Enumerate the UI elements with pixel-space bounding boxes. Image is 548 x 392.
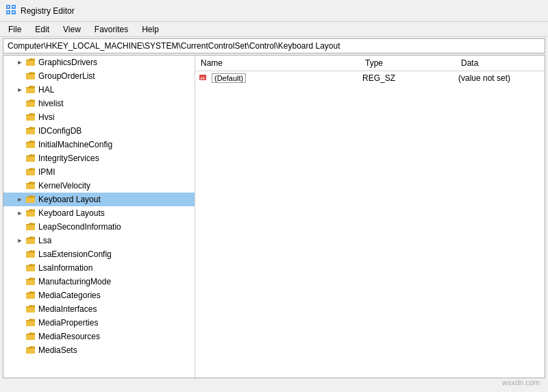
tree-label-kernelvelocity: KernelVelocity	[38, 181, 90, 191]
folder-icon-kernelvelocity	[25, 181, 36, 191]
tree-item-mediaproperties[interactable]: MediaProperties	[3, 316, 195, 330]
expander-keyboard-layout[interactable]: ►	[14, 196, 25, 203]
folder-icon-hvsi	[25, 112, 36, 122]
right-body[interactable]: ab (Default)REG_SZ(value not set)	[195, 71, 545, 378]
folder-icon-group-order-list	[25, 71, 36, 81]
tree-item-hivelist[interactable]: hivelist	[3, 97, 195, 110]
tree-label-mediaproperties: MediaProperties	[38, 318, 98, 328]
tree-label-graphics-drivers: GraphicsDrivers	[38, 58, 97, 67]
reg-value-icon: ab	[195, 73, 209, 84]
tree-label-lsa: Lsa	[38, 236, 51, 245]
tree-label-hal: HAL	[38, 85, 54, 95]
expander-hal[interactable]: ►	[14, 86, 25, 93]
tree-pane: ► GraphicsDrivers GroupOrderList► HAL hi…	[3, 56, 195, 378]
reg-row[interactable]: ab (Default)REG_SZ(value not set)	[195, 71, 545, 85]
tree-item-leapsecond[interactable]: LeapSecondInformatio	[3, 220, 195, 234]
address-bar[interactable]: Computer\HKEY_LOCAL_MACHINE\SYSTEM\Curre…	[3, 38, 545, 53]
col-header-data: Data	[456, 57, 545, 69]
folder-icon-ipmi	[25, 167, 36, 177]
tree-label-mediainterfaces: MediaInterfaces	[38, 304, 97, 314]
menu-help[interactable]: Help	[136, 23, 164, 36]
folder-icon-lsaextensionconfig	[25, 249, 36, 259]
tree-label-manufacturingmode: ManufacturingMode	[38, 277, 111, 286]
folder-icon-hivelist	[25, 99, 36, 108]
col-header-type: Type	[360, 57, 456, 69]
tree-item-mediaresources[interactable]: MediaResources	[3, 330, 195, 343]
tree-item-keyboard-layouts[interactable]: ► Keyboard Layouts	[3, 206, 195, 220]
tree-item-hal[interactable]: ► HAL	[3, 83, 195, 97]
expander-lsa[interactable]: ►	[14, 237, 25, 244]
folder-icon-manufacturingmode	[25, 277, 36, 286]
tree-label-lsainformation: LsaInformation	[38, 263, 92, 273]
menu-bar: File Edit View Favorites Help	[0, 22, 548, 37]
folder-icon-mediacategories	[25, 291, 36, 300]
folder-icon-leapsecond	[25, 222, 36, 232]
tree-item-mediacategories[interactable]: MediaCategories	[3, 289, 195, 302]
tree-label-mediaresources: MediaResources	[38, 332, 100, 341]
menu-edit[interactable]: Edit	[29, 23, 55, 36]
folder-icon-lsa	[25, 236, 36, 245]
svg-rect-7	[13, 12, 14, 13]
folder-icon-keyboard-layout	[25, 195, 36, 204]
folder-icon-graphics-drivers	[25, 58, 36, 67]
tree-label-leapsecond: LeapSecondInformatio	[38, 222, 121, 232]
folder-icon-idconfigdb	[25, 126, 36, 136]
tree-item-graphics-drivers[interactable]: ► GraphicsDrivers	[3, 56, 195, 69]
tree-label-ipmi: IPMI	[38, 167, 55, 177]
expander-graphics-drivers[interactable]: ►	[14, 59, 25, 66]
tree-label-integrityservices: IntegrityServices	[38, 154, 99, 163]
app-icon	[5, 4, 16, 17]
tree-item-manufacturingmode[interactable]: ManufacturingMode	[3, 275, 195, 289]
address-path: Computer\HKEY_LOCAL_MACHINE\SYSTEM\Curre…	[8, 41, 340, 51]
tree-item-integrityservices[interactable]: IntegrityServices	[3, 151, 195, 165]
svg-rect-4	[8, 6, 9, 8]
tree-label-keyboard-layouts: Keyboard Layouts	[38, 208, 105, 218]
tree-item-lsaextensionconfig[interactable]: LsaExtensionConfig	[3, 247, 195, 261]
reg-name: (Default)	[209, 73, 360, 83]
main-content: ► GraphicsDrivers GroupOrderList► HAL hi…	[3, 55, 545, 378]
menu-view[interactable]: View	[58, 23, 86, 36]
tree-item-ipmi[interactable]: IPMI	[3, 165, 195, 179]
folder-icon-keyboard-layouts	[25, 208, 36, 218]
tree-item-hvsi[interactable]: Hvsi	[3, 110, 195, 124]
tree-label-mediacategories: MediaCategories	[38, 291, 101, 300]
tree-item-lsainformation[interactable]: LsaInformation	[3, 261, 195, 275]
tree-item-keyboard-layout[interactable]: ► Keyboard Layout	[3, 193, 195, 206]
tree-label-mediasets: MediaSets	[38, 345, 77, 355]
menu-favorites[interactable]: Favorites	[89, 23, 134, 36]
folder-icon-integrityservices	[25, 154, 36, 163]
default-badge: (Default)	[212, 73, 246, 83]
tree-item-mediainterfaces[interactable]: MediaInterfaces	[3, 302, 195, 316]
watermark: wsxdn.com	[502, 378, 540, 387]
tree-label-hivelist: hivelist	[38, 99, 64, 108]
tree-label-hvsi: Hvsi	[38, 112, 54, 122]
right-pane-header: Name Type Data	[195, 56, 545, 71]
tree-scroll-area[interactable]: ► GraphicsDrivers GroupOrderList► HAL hi…	[3, 56, 195, 378]
folder-icon-mediasets	[25, 345, 36, 355]
folder-icon-hal	[25, 85, 36, 95]
folder-icon-mediaproperties	[25, 318, 36, 328]
tree-item-idconfigdb[interactable]: IDConfigDB	[3, 124, 195, 138]
tree-label-keyboard-layout: Keyboard Layout	[38, 195, 101, 204]
tree-item-lsa[interactable]: ► Lsa	[3, 234, 195, 247]
expander-keyboard-layouts[interactable]: ►	[14, 210, 25, 217]
right-pane: Name Type Data ab (Default)REG_SZ(value …	[195, 56, 545, 378]
folder-icon-lsainformation	[25, 263, 36, 273]
menu-file[interactable]: File	[3, 23, 27, 36]
tree-item-group-order-list[interactable]: GroupOrderList	[3, 69, 195, 83]
folder-icon-mediaresources	[25, 332, 36, 341]
tree-item-kernelvelocity[interactable]: KernelVelocity	[3, 179, 195, 193]
tree-label-group-order-list: GroupOrderList	[38, 71, 95, 81]
col-header-name: Name	[195, 57, 360, 69]
title-bar: Registry Editor	[0, 0, 548, 22]
folder-icon-initialmachineconfig	[25, 140, 36, 149]
title-bar-text: Registry Editor	[21, 6, 75, 16]
reg-type: REG_SZ	[360, 73, 456, 83]
tree-item-mediasets[interactable]: MediaSets	[3, 343, 195, 357]
tree-label-initialmachineconfig: InitialMachineConfig	[38, 140, 112, 149]
tree-label-lsaextensionconfig: LsaExtensionConfig	[38, 249, 112, 259]
svg-rect-5	[13, 6, 14, 8]
tree-label-idconfigdb: IDConfigDB	[38, 126, 82, 136]
folder-icon-mediainterfaces	[25, 304, 36, 314]
tree-item-initialmachineconfig[interactable]: InitialMachineConfig	[3, 138, 195, 151]
